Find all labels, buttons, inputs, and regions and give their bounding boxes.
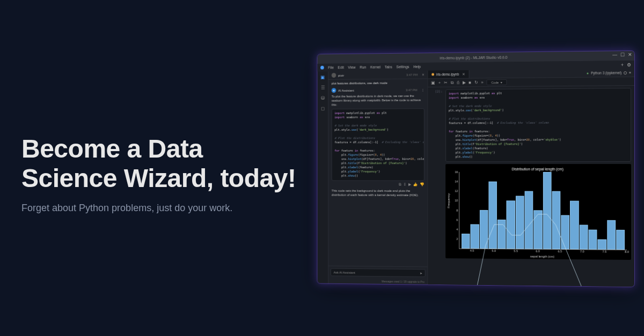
hero-subtitle: Forget about Python problems, just do yo… bbox=[21, 203, 301, 214]
histogram-bar bbox=[616, 230, 625, 249]
cut-icon[interactable]: ✂ bbox=[444, 80, 448, 85]
cell-prompt: [2]: bbox=[431, 89, 442, 258]
user-message: plot features distributions, use dark mo… bbox=[332, 81, 425, 85]
histogram-bar bbox=[589, 230, 597, 249]
run-cell-icon[interactable]: ▶ bbox=[463, 80, 466, 85]
plot-area bbox=[459, 171, 627, 250]
histogram-bar bbox=[462, 234, 470, 248]
chat-input[interactable]: Ask AI Assistant ➤ bbox=[331, 268, 426, 277]
save-icon[interactable]: ▣ bbox=[431, 80, 435, 85]
x-tick: 7.0 bbox=[580, 250, 584, 253]
y-axis-label: Frequency bbox=[447, 193, 450, 208]
chart-output: Distribution of sepal length (cm) Freque… bbox=[445, 164, 631, 260]
settings-icon[interactable]: ⚙ bbox=[627, 62, 631, 68]
ai-code-block: import matplotlib.pyplot as plt import s… bbox=[332, 109, 425, 181]
chat-close-icon[interactable]: ✕ bbox=[422, 73, 425, 77]
panel-icon[interactable]: ◻ bbox=[321, 106, 325, 111]
hero-title: Become a Data Science Wizard, today! bbox=[21, 134, 301, 193]
histogram-bar bbox=[543, 171, 551, 249]
menu-view[interactable]: View bbox=[348, 65, 355, 69]
database-icon[interactable]: ⛁ bbox=[321, 95, 325, 101]
ai-name: AI Assistant bbox=[338, 89, 354, 92]
stop-icon[interactable]: ■ bbox=[469, 80, 471, 85]
x-tick: 6.0 bbox=[536, 249, 540, 252]
y-tick: 10 bbox=[455, 199, 458, 202]
send-icon[interactable]: ➤ bbox=[420, 271, 422, 275]
kernel-idle-icon bbox=[624, 71, 627, 74]
paste-icon[interactable]: ⎙ bbox=[457, 80, 459, 85]
ai-timestamp: 3:47 PM bbox=[406, 88, 417, 92]
tab-close-icon[interactable]: ✕ bbox=[462, 72, 465, 76]
menu-edit[interactable]: Edit bbox=[338, 65, 343, 69]
y-tick: 12 bbox=[455, 189, 458, 192]
histogram-bar bbox=[497, 220, 506, 249]
x-tick: 6.5 bbox=[558, 249, 562, 252]
tab-label: iris-demo.ipynb bbox=[436, 72, 459, 76]
copy-icon[interactable]: ⧉ bbox=[450, 80, 453, 85]
cell-type-select[interactable]: Code ▾ bbox=[486, 79, 507, 85]
list-icon[interactable]: ☰ bbox=[321, 85, 325, 91]
chat-usage-status: Messages used 1 / 20 upgrade to Pro bbox=[328, 278, 427, 285]
histogram-bar bbox=[488, 181, 497, 248]
new-tab-icon[interactable]: + bbox=[621, 62, 624, 68]
histogram-bar bbox=[479, 210, 488, 249]
maximize-icon[interactable]: ☐ bbox=[620, 52, 625, 57]
x-tick: 5.5 bbox=[514, 249, 517, 252]
code-cell[interactable]: import matplotlib.pyplot as plt import s… bbox=[445, 88, 631, 162]
close-icon[interactable]: ✕ bbox=[628, 52, 632, 57]
menu-file[interactable]: File bbox=[328, 66, 334, 70]
folder-icon[interactable]: ▣ bbox=[320, 74, 325, 80]
minimize-icon[interactable]: — bbox=[612, 52, 617, 57]
menu-run[interactable]: Run bbox=[360, 65, 366, 69]
histogram-bar bbox=[579, 225, 588, 249]
histogram-bar bbox=[471, 225, 479, 249]
chat-user-timestamp: 3:47 PM bbox=[406, 73, 418, 76]
ai-response-outro: This code sets the background to dark mo… bbox=[332, 189, 425, 197]
ai-response-intro: To plot the feature distributions in dar… bbox=[332, 94, 425, 107]
thumbs-up-icon[interactable]: 👍 bbox=[413, 182, 418, 186]
app-logo-icon bbox=[320, 66, 324, 70]
notebook-panel: iris-demo.ipynb ✕ ● Python 3 (ipykernel)… bbox=[428, 69, 634, 287]
thumbs-down-icon[interactable]: 👎 bbox=[420, 182, 425, 186]
ai-chat-panel: piotr 3:47 PM ✕ plot features distributi… bbox=[328, 71, 428, 285]
run-code-icon[interactable]: ▶ bbox=[408, 182, 411, 186]
kernel-menu-icon[interactable]: ≡ bbox=[629, 71, 631, 74]
chevron-down-icon: ▾ bbox=[501, 80, 502, 84]
insert-code-icon[interactable]: ↧ bbox=[404, 182, 407, 186]
menu-kernel[interactable]: Kernel bbox=[370, 65, 380, 69]
histogram-bar bbox=[552, 191, 560, 249]
histogram-bar bbox=[598, 240, 606, 249]
histogram-bar bbox=[525, 191, 533, 249]
menu-tabs[interactable]: Tabs bbox=[385, 65, 392, 69]
x-tick: 4.5 bbox=[470, 249, 474, 252]
run-all-icon[interactable]: » bbox=[481, 80, 483, 85]
histogram-bar bbox=[516, 196, 524, 249]
add-cell-icon[interactable]: + bbox=[438, 80, 441, 85]
y-tick: 4 bbox=[456, 228, 458, 231]
restart-icon[interactable]: ↻ bbox=[474, 80, 478, 85]
x-axis-label: sepal length (cm) bbox=[530, 255, 554, 258]
menu-help[interactable]: Help bbox=[413, 65, 421, 69]
message-menu-icon[interactable]: ⋮ bbox=[421, 88, 425, 92]
histogram-bar bbox=[507, 200, 515, 249]
chart-title: Distribution of sepal length (cm) bbox=[450, 167, 627, 171]
user-avatar-icon bbox=[332, 73, 336, 78]
jupyter-icon bbox=[431, 73, 434, 76]
chat-username: piotr bbox=[338, 73, 344, 77]
histogram-bar bbox=[533, 210, 542, 249]
notebook-tab[interactable]: iris-demo.ipynb ✕ bbox=[428, 70, 469, 78]
kernel-name[interactable]: Python 3 (ipykernel) bbox=[591, 71, 621, 74]
y-tick: 6 bbox=[456, 218, 458, 221]
ide-window: iris-demo.ipynb (2) - MLJAR Studio v0.6.… bbox=[317, 51, 634, 287]
copy-code-icon[interactable]: ⧉ bbox=[399, 182, 401, 186]
x-tick: 8.0 bbox=[625, 250, 629, 253]
kernel-status-icon: ● bbox=[587, 71, 589, 75]
chat-placeholder: Ask AI Assistant bbox=[334, 271, 355, 274]
histogram-bar bbox=[607, 220, 616, 249]
ai-avatar-icon: ✦ bbox=[332, 88, 336, 93]
x-tick: 5.0 bbox=[492, 249, 496, 252]
menu-settings[interactable]: Settings bbox=[396, 65, 409, 69]
y-tick: 8 bbox=[456, 208, 458, 212]
x-tick: 7.5 bbox=[603, 250, 607, 253]
y-tick: 2 bbox=[456, 237, 458, 241]
